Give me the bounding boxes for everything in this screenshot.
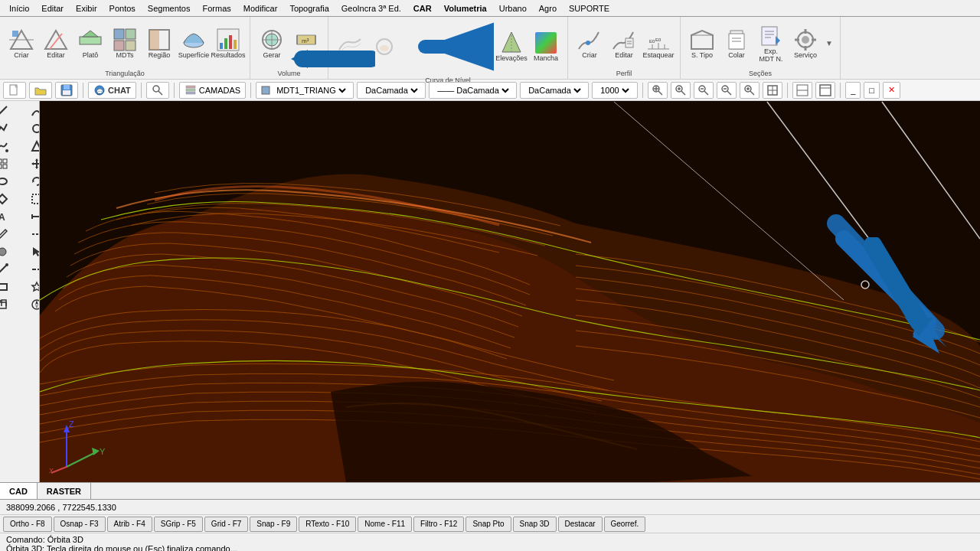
status-rtexto[interactable]: RTexto - F10 [299, 517, 356, 532]
tb-colar[interactable]: Colar [720, 25, 753, 62]
search-button[interactable] [146, 82, 169, 99]
zoom-dropdown[interactable]: 1000 [592, 82, 638, 99]
tb-servico[interactable]: Serviço [789, 25, 822, 62]
open-file-button[interactable] [29, 82, 52, 99]
tb-expand[interactable]: ▼ [823, 37, 835, 50]
tb-elevacoes[interactable]: Elevações [495, 28, 528, 65]
chat-button[interactable]: 💬 CHAT [88, 82, 136, 99]
tb-mdts[interactable]: MDTs [108, 25, 142, 62]
tb-exp-mdt[interactable]: Exp. MDT N. [754, 21, 788, 66]
tool-pointer[interactable] [20, 243, 40, 260]
tool-rect-select[interactable] [20, 191, 40, 207]
tool-freehand[interactable] [0, 138, 19, 155]
menu-urbano[interactable]: Urbano [493, 2, 533, 15]
tb-resultados[interactable]: Resultados [211, 25, 245, 62]
layer2-select[interactable]: DaCamada [525, 85, 583, 96]
tb-criar-perfil[interactable]: Criar [573, 25, 606, 62]
tb-regiao[interactable]: Região [142, 25, 176, 62]
main-canvas[interactable]: Z Y X [40, 101, 980, 482]
tool-measure[interactable] [20, 208, 40, 225]
status-sgrip[interactable]: SGrip - F5 [154, 517, 203, 532]
view-adjust-button[interactable] [792, 82, 812, 99]
fullscreen-button[interactable] [815, 82, 835, 99]
tool-compass[interactable] [20, 296, 40, 313]
tb-curva-1[interactable] [333, 32, 367, 61]
tool-pen[interactable] [0, 226, 19, 243]
tool-circle[interactable] [20, 120, 40, 137]
status-ortho[interactable]: Ortho - F8 [3, 517, 52, 532]
tool-polyline[interactable] [0, 120, 19, 137]
zoom-1x-button[interactable] [740, 82, 760, 99]
zoom-select[interactable]: 1000 [597, 85, 632, 96]
tool-line2[interactable] [0, 261, 19, 278]
menu-topografia[interactable]: Topografia [283, 2, 335, 15]
tool-box3d[interactable] [0, 296, 19, 313]
status-nome[interactable]: Nome - F11 [358, 517, 412, 532]
tool-circle-fill[interactable] [0, 243, 19, 260]
menu-editar[interactable]: Editar [35, 2, 70, 15]
status-filtro[interactable]: Filtro - F12 [413, 517, 464, 532]
window-close-button[interactable]: ✕ [883, 82, 900, 99]
new-file-button[interactable] [3, 82, 26, 99]
linetype-select[interactable]: —— DaCamada [434, 85, 511, 96]
layers-button[interactable]: CAMADAS [179, 82, 246, 99]
zoom-out-button[interactable] [717, 82, 737, 99]
tool-trim[interactable] [20, 261, 40, 278]
tb-criar-triangulacao[interactable]: Criar [5, 25, 38, 62]
tb-editar-triangulacao[interactable]: Editar [39, 25, 73, 62]
status-osnap[interactable]: Osnap - F3 [54, 517, 106, 532]
menu-segmentos[interactable]: Segmentos [142, 2, 197, 15]
tb-estaquear[interactable]: E0 E0 Estaquear [642, 25, 675, 62]
status-snap[interactable]: Snap - F9 [250, 517, 297, 532]
tb-cotar[interactable]: m³ Cotar [289, 25, 323, 62]
tb-gerar-volume[interactable]: Gerar [255, 25, 289, 62]
tool-triangle[interactable] [20, 138, 40, 155]
tool-star[interactable] [20, 279, 40, 295]
linetype-dropdown[interactable]: —— DaCamada [429, 82, 517, 99]
tool-dash[interactable] [20, 226, 40, 243]
tb-superficie[interactable]: Superfície [177, 25, 211, 62]
window-restore-button[interactable]: □ [864, 82, 880, 99]
status-snap-3d[interactable]: Snap 3D [513, 517, 557, 532]
tool-rect2[interactable] [0, 279, 19, 295]
menu-pontos[interactable]: Pontos [103, 2, 142, 15]
menu-geoincra[interactable]: GeoIncra 3ª Ed. [335, 2, 407, 15]
window-min-button[interactable]: _ [845, 82, 861, 99]
tab-raster[interactable]: RASTER [38, 483, 91, 499]
tb-s-tipo[interactable]: S. Tipo [685, 25, 719, 62]
menu-formas[interactable]: Formas [196, 2, 237, 15]
tab-cad[interactable]: CAD [0, 483, 38, 499]
status-snap-pto[interactable]: Snap Pto [466, 517, 511, 532]
triang-dropdown[interactable]: MDT1_TRIANG [256, 82, 354, 99]
tool-ellipse[interactable] [0, 173, 19, 190]
status-grid[interactable]: Grid - F7 [204, 517, 248, 532]
status-atrib[interactable]: Atrib - F4 [107, 517, 152, 532]
tool-grid[interactable] [0, 155, 19, 172]
status-destacar[interactable]: Destacar [558, 517, 603, 532]
status-georref[interactable]: Georref. [604, 517, 646, 532]
menu-modificar[interactable]: Modificar [237, 2, 284, 15]
menu-car[interactable]: CAR [407, 2, 438, 15]
menu-agro[interactable]: Agro [533, 2, 563, 15]
zoom-tool-button[interactable] [648, 82, 668, 99]
save-file-button[interactable] [55, 82, 78, 99]
tool-arc[interactable] [20, 103, 40, 119]
menu-volumetria[interactable]: Volumetria [438, 2, 493, 15]
menu-inicio[interactable]: Início [3, 2, 35, 15]
zoom-fit-button[interactable] [694, 82, 714, 99]
tb-curva-2[interactable] [368, 32, 401, 61]
tool-line[interactable] [0, 103, 19, 119]
zoom-extent-button[interactable] [763, 82, 782, 99]
tool-rotate[interactable] [20, 173, 40, 190]
layer2-dropdown[interactable]: DaCamada [520, 82, 589, 99]
triang-select[interactable]: MDT1_TRIANG [273, 85, 348, 96]
tool-move[interactable] [20, 155, 40, 172]
layer1-select[interactable]: DaCamada [362, 85, 420, 96]
tb-editar-perfil[interactable]: Editar [607, 25, 641, 62]
tool-diamond[interactable] [0, 191, 19, 207]
layer1-dropdown[interactable]: DaCamada [357, 82, 426, 99]
tb-mancha[interactable]: Mancha [529, 28, 563, 65]
menu-suporte[interactable]: SUPORTE [563, 2, 616, 15]
tool-text[interactable]: A [0, 208, 19, 225]
menu-exibir[interactable]: Exibir [70, 2, 103, 15]
